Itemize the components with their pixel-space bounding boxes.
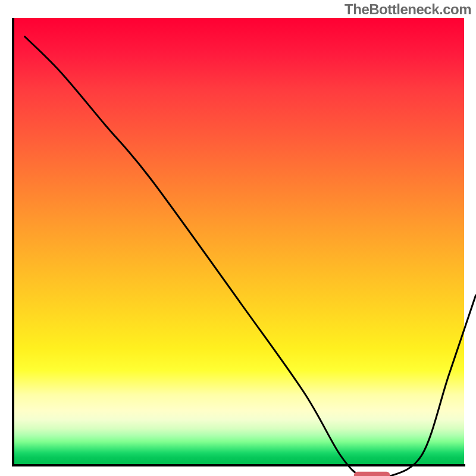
curve-overlay xyxy=(24,36,476,476)
chart-canvas: TheBottleneck.com xyxy=(0,0,476,476)
watermark-text: TheBottleneck.com xyxy=(345,1,471,18)
plot-area xyxy=(12,18,464,464)
bottleneck-curve xyxy=(24,36,476,476)
x-axis-line xyxy=(12,464,465,466)
y-axis-line xyxy=(12,18,14,465)
optimal-range-marker xyxy=(354,472,390,476)
